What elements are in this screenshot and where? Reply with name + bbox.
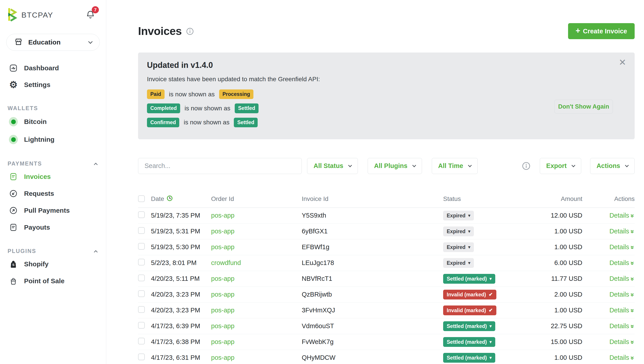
- row-checkbox[interactable]: [138, 322, 145, 328]
- order-id-link[interactable]: pos-app: [211, 291, 234, 298]
- status-badge[interactable]: Expired ▾: [443, 226, 474, 236]
- main-content: Invoices + Create Invoice Updated in v1.…: [106, 0, 644, 364]
- details-link[interactable]: Details »: [609, 275, 635, 283]
- order-id-link[interactable]: pos-app: [211, 354, 234, 361]
- actions-dropdown[interactable]: Actions: [590, 158, 635, 174]
- status-badge[interactable]: Settled (marked) ▾: [443, 321, 495, 331]
- status-label: Expired: [447, 213, 465, 218]
- row-checkbox[interactable]: [138, 306, 145, 313]
- chevron-down-icon: [468, 163, 472, 167]
- logo-text: BTCPAY: [21, 11, 53, 19]
- search-input[interactable]: [138, 158, 302, 174]
- details-label: Details: [609, 322, 629, 330]
- sidebar-item-bitcoin[interactable]: Bitcoin: [6, 113, 100, 130]
- invoice-date: 4/20/23, 3:23 PM: [151, 286, 211, 302]
- status-badge[interactable]: Invalid (marked) ✔: [443, 290, 496, 300]
- order-id-link[interactable]: pos-app: [211, 338, 234, 345]
- details-label: Details: [609, 306, 629, 314]
- status-badge[interactable]: Expired ▾: [443, 211, 474, 220]
- details-label: Details: [609, 228, 629, 235]
- status-label: Settled (marked): [447, 355, 487, 361]
- invoice-date: 5/2/23, 8:01 PM: [151, 255, 211, 271]
- double-chevron-down-icon: »: [629, 214, 637, 218]
- details-link[interactable]: Details »: [609, 212, 635, 220]
- details-link[interactable]: Details »: [609, 354, 635, 362]
- notifications-button[interactable]: 7: [86, 10, 95, 21]
- invoice-amount: 12.00 USD: [538, 208, 582, 224]
- info-icon[interactable]: [186, 27, 194, 36]
- sidebar-item-invoices[interactable]: Invoices: [6, 168, 100, 185]
- invoice-amount: 15.00 USD: [538, 334, 582, 350]
- details-link[interactable]: Details »: [609, 228, 635, 236]
- status-filter-dropdown[interactable]: All Status: [307, 158, 358, 174]
- export-dropdown[interactable]: Export: [540, 158, 581, 174]
- sidebar-item-label: Payouts: [24, 224, 50, 231]
- details-link[interactable]: Details »: [609, 290, 635, 298]
- arrow-down-left-circle-icon: [9, 189, 18, 198]
- row-checkbox[interactable]: [138, 211, 145, 218]
- sidebar-item-shopify[interactable]: S Shopify: [6, 256, 100, 272]
- export-label: Export: [546, 162, 567, 170]
- status-badge[interactable]: Invalid (marked) ✔: [443, 306, 496, 315]
- wallet-status-dot-icon: [9, 117, 18, 126]
- sidebar-item-payouts[interactable]: Payouts: [6, 219, 100, 236]
- dont-show-again-button[interactable]: Don't Show Again: [554, 100, 613, 114]
- order-id-link[interactable]: pos-app: [211, 212, 234, 219]
- status-badge[interactable]: Settled (marked) ▾: [443, 274, 495, 284]
- column-header-date[interactable]: Date: [151, 195, 164, 202]
- row-checkbox[interactable]: [138, 227, 145, 234]
- sidebar-item-label: Pull Payments: [24, 207, 70, 214]
- info-icon[interactable]: [521, 161, 531, 171]
- status-badge[interactable]: Expired ▾: [443, 242, 474, 252]
- btcpay-logo[interactable]: BTCPAY: [7, 8, 53, 22]
- sidebar-item-dashboard[interactable]: Dashboard: [6, 60, 100, 76]
- create-invoice-button[interactable]: + Create Invoice: [568, 23, 635, 39]
- invoice-amount: 2.00 USD: [538, 286, 582, 302]
- status-badge[interactable]: Settled (marked) ▾: [443, 337, 495, 347]
- sidebar-item-lightning[interactable]: Lightning: [6, 130, 100, 148]
- state-mapping-row: Completed is now shown as Settled: [147, 104, 626, 113]
- row-checkbox[interactable]: [138, 259, 145, 266]
- sidebar-item-point-of-sale[interactable]: Point of Sale: [6, 272, 100, 290]
- sidebar-item-requests[interactable]: Requests: [6, 185, 100, 202]
- details-link[interactable]: Details »: [609, 338, 635, 346]
- row-checkbox[interactable]: [138, 354, 145, 360]
- sidebar-item-settings[interactable]: ⚙ Settings: [6, 76, 100, 93]
- invoices-table: Date Order Id Invoice Id Status Am: [138, 195, 635, 364]
- details-link[interactable]: Details »: [609, 306, 635, 314]
- invoice-amount: 1.00 USD: [538, 239, 582, 255]
- order-id-link[interactable]: pos-app: [211, 244, 234, 250]
- payments-heading-label: PAYMENTS: [8, 160, 42, 167]
- order-id-link[interactable]: pos-app: [211, 306, 234, 314]
- row-checkbox[interactable]: [138, 338, 145, 344]
- order-id-link[interactable]: crowdfund: [211, 259, 241, 266]
- status-badge: Settled: [235, 104, 258, 113]
- plugins-filter-dropdown[interactable]: All Plugins: [368, 158, 422, 174]
- chevron-up-icon[interactable]: [94, 250, 98, 254]
- details-link[interactable]: Details »: [609, 322, 635, 330]
- details-link[interactable]: Details »: [609, 243, 635, 251]
- close-icon[interactable]: ✕: [619, 58, 626, 67]
- row-checkbox[interactable]: [138, 290, 145, 297]
- details-link[interactable]: Details »: [609, 259, 635, 267]
- status-marker-icon: ▾: [468, 213, 470, 218]
- chevron-up-icon[interactable]: [94, 163, 98, 166]
- store-selector[interactable]: Education: [6, 34, 100, 51]
- status-badge[interactable]: Expired ▾: [443, 258, 474, 268]
- status-label: Settled (marked): [447, 339, 487, 345]
- sidebar-item-pull-payments[interactable]: Pull Payments: [6, 202, 100, 219]
- row-checkbox[interactable]: [138, 243, 145, 250]
- details-label: Details: [609, 291, 629, 298]
- order-id-link[interactable]: pos-app: [211, 275, 234, 282]
- bell-icon: [86, 17, 95, 21]
- time-filter-dropdown[interactable]: All Time: [432, 158, 478, 174]
- table-row: 5/2/23, 8:01 PM crowdfund LEuJgc178 Expi…: [138, 255, 635, 271]
- order-id-link[interactable]: pos-app: [211, 322, 234, 330]
- clock-sort-icon[interactable]: [166, 195, 173, 203]
- select-all-checkbox[interactable]: [138, 195, 145, 202]
- status-badge[interactable]: Settled (marked) ▾: [443, 353, 495, 363]
- order-id-link[interactable]: pos-app: [211, 228, 234, 235]
- row-checkbox[interactable]: [138, 274, 145, 281]
- invoice-id: 6yBfGX1: [302, 224, 443, 239]
- invoice-amount: 11.77 USD: [538, 271, 582, 286]
